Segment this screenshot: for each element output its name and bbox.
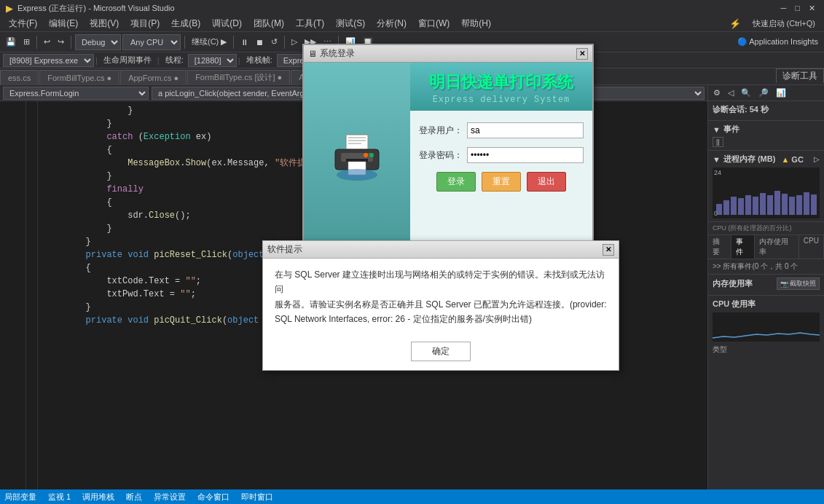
- diag-search[interactable]: 🔍: [739, 87, 753, 98]
- process-select[interactable]: [8908] Express.exe: [3, 54, 94, 67]
- status-immediate[interactable]: 即时窗口: [241, 492, 273, 503]
- diag-tab-cpu[interactable]: CPU: [799, 235, 824, 259]
- password-row: 登录密码：: [419, 147, 584, 163]
- thread-label: 线程:: [161, 55, 188, 66]
- vs-icon: ▶: [6, 3, 13, 14]
- menu-team[interactable]: 团队(M): [248, 16, 290, 31]
- exit-button[interactable]: 退出: [527, 172, 566, 192]
- status-breakpoints[interactable]: 断点: [126, 492, 142, 503]
- step-over-button[interactable]: ⏸: [238, 34, 251, 50]
- tab-formbilltype-design[interactable]: FormBillType.cs [设计] ●: [187, 70, 290, 84]
- diag-toolbar: ⚙ ◁ 🔍 🔎 📊: [708, 85, 824, 101]
- undo-button[interactable]: ↩: [41, 34, 53, 50]
- password-input[interactable]: [467, 147, 584, 163]
- svg-rect-17: [348, 143, 361, 144]
- svg-rect-12: [804, 192, 809, 215]
- camera-icon: 📷: [780, 280, 788, 288]
- diag-zoom-out[interactable]: 🔎: [756, 87, 771, 98]
- status-locals[interactable]: 局部变量: [4, 492, 36, 503]
- maximize-button[interactable]: □: [792, 0, 803, 16]
- menu-tools[interactable]: 工具(T): [290, 16, 330, 31]
- class-dropdown[interactable]: Express.FormLogin: [3, 87, 149, 100]
- snapshot-button[interactable]: 📷 截取快照: [777, 277, 820, 290]
- svg-rect-10: [789, 197, 795, 215]
- menu-view[interactable]: 视图(V): [84, 16, 125, 31]
- lifecycle-label: 生命周期事件: [99, 55, 156, 66]
- menu-build[interactable]: 生成(B): [165, 16, 206, 31]
- platform-dropdown[interactable]: Any CPU: [122, 34, 181, 50]
- events-title: 事件: [723, 124, 739, 135]
- cpu-type-label: 类型: [713, 342, 820, 358]
- diag-panel-tab[interactable]: 诊断工具: [776, 68, 824, 83]
- cpu-chart-svg: [713, 312, 820, 342]
- thread-select[interactable]: [12880]: [188, 54, 237, 67]
- svg-rect-11: [796, 195, 802, 215]
- tab-formbilltype[interactable]: FormBillType.cs ●: [39, 70, 119, 84]
- svg-rect-16: [348, 140, 366, 141]
- svg-point-23: [364, 153, 368, 157]
- menu-debug[interactable]: 调试(D): [206, 16, 248, 31]
- password-label: 登录密码：: [419, 149, 463, 162]
- error-dialog[interactable]: 软件提示 ✕ 在与 SQL Server 建立连接时出现与网络相关的或特定于实例…: [262, 240, 619, 371]
- save-all-button[interactable]: ⊞: [20, 34, 33, 50]
- quick-action-icon: ⚡: [723, 17, 747, 31]
- menu-help[interactable]: 帮助(H): [455, 16, 497, 31]
- ok-button[interactable]: 确定: [411, 342, 471, 361]
- stop-button[interactable]: ⏹: [253, 34, 267, 50]
- save-button[interactable]: 💾: [3, 34, 19, 50]
- diag-chart[interactable]: 📊: [774, 87, 788, 98]
- mem-usage-title: 内存使用率: [713, 278, 753, 289]
- login-button[interactable]: 登录: [436, 172, 476, 192]
- restart-button[interactable]: ↺: [268, 34, 280, 50]
- gc-badge: ▲ GC: [781, 155, 803, 164]
- expand-mem-button[interactable]: ▷: [814, 155, 820, 163]
- minimize-button[interactable]: ─: [778, 0, 790, 16]
- username-input[interactable]: [467, 122, 584, 138]
- title-bar-controls: ─ □ ✕: [778, 0, 818, 16]
- diag-panel: ⚙ ◁ 🔍 🔎 📊 诊断会话: 54 秒 ▼ 事件 || ▼: [707, 85, 824, 504]
- tab-ess[interactable]: ess.cs: [0, 70, 39, 84]
- error-dialog-close[interactable]: ✕: [603, 244, 614, 256]
- menu-analyze[interactable]: 分析(N): [371, 16, 412, 31]
- menu-project[interactable]: 项目(P): [125, 16, 165, 31]
- cpu-usage-title: CPU 使用率: [713, 299, 820, 310]
- title-bar-left: ▶ Express (正在运行) - Microsoft Visual Stud…: [6, 3, 175, 14]
- diag-nav-back[interactable]: ◁: [726, 87, 736, 98]
- pause-button[interactable]: ||: [713, 137, 723, 147]
- status-watch[interactable]: 监视 1: [48, 492, 71, 503]
- quick-launch[interactable]: 快速启动 (Ctrl+Q): [747, 17, 821, 31]
- svg-point-22: [369, 153, 374, 157]
- memory-chart-svg: [713, 175, 820, 218]
- step-in-button[interactable]: ▷: [289, 34, 300, 50]
- diag-panel-label: 诊断工具: [782, 70, 817, 82]
- tab-appform[interactable]: AppForm.cs ●: [120, 70, 187, 84]
- diag-tab-events[interactable]: 事件: [731, 235, 755, 259]
- svg-rect-20: [346, 159, 368, 162]
- svg-rect-1: [723, 200, 729, 215]
- continue-button[interactable]: 继续(C) ▶: [189, 34, 229, 50]
- config-dropdown[interactable]: Debug: [75, 34, 121, 50]
- close-icon: ✕: [579, 50, 585, 58]
- close-button[interactable]: ✕: [806, 0, 818, 16]
- toolbar-separator-3: [184, 36, 185, 49]
- svg-rect-5: [753, 197, 758, 215]
- login-dialog[interactable]: 🖥 系统登录 ✕: [302, 44, 594, 251]
- status-command[interactable]: 命令窗口: [197, 492, 229, 503]
- toolbar-separator-4: [233, 36, 234, 49]
- status-exceptions[interactable]: 异常设置: [154, 492, 186, 503]
- login-dialog-close[interactable]: ✕: [576, 48, 588, 60]
- diag-tab-summary[interactable]: 摘要: [708, 235, 731, 259]
- status-callstack[interactable]: 调用堆栈: [82, 492, 114, 503]
- menu-file[interactable]: 文件(F): [3, 16, 43, 31]
- login-title-cn: 明日快递单打印系统: [416, 71, 586, 93]
- error-content: 在与 SQL Server 建立连接时出现与网络相关的或特定于实例的错误。未找到…: [263, 259, 619, 336]
- menu-test[interactable]: 测试(S): [330, 16, 371, 31]
- app-insights-button[interactable]: 🔵 Application Insights: [734, 34, 821, 50]
- diag-settings-button[interactable]: ⚙: [711, 87, 723, 98]
- diag-memory-section: ▼ 进程内存 (MB) ▲ GC ▷ 24 0: [708, 151, 824, 222]
- menu-edit[interactable]: 编辑(E): [43, 16, 84, 31]
- diag-tab-memory[interactable]: 内存使用率: [755, 235, 799, 259]
- reset-button[interactable]: 重置: [482, 172, 521, 192]
- redo-button[interactable]: ↪: [55, 34, 67, 50]
- menu-window[interactable]: 窗口(W): [412, 16, 455, 31]
